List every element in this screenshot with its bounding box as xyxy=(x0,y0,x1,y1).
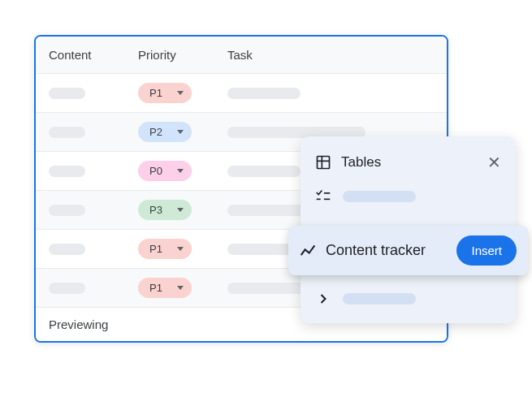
cell-priority[interactable]: P2 xyxy=(125,122,214,142)
cell-priority[interactable]: P0 xyxy=(125,161,214,181)
popup-item-content-tracker[interactable]: Content tracker Insert xyxy=(288,226,528,275)
task-placeholder xyxy=(227,166,301,177)
priority-chip[interactable]: P1 xyxy=(138,239,192,259)
popup-header: Tables ✕ xyxy=(301,145,516,180)
content-placeholder xyxy=(49,283,85,294)
header-content[interactable]: Content xyxy=(36,37,125,73)
content-placeholder xyxy=(49,127,85,138)
chevron-down-icon xyxy=(177,169,184,173)
cell-priority[interactable]: P1 xyxy=(125,83,214,103)
table-header-row: Content Priority Task xyxy=(36,37,447,74)
chevron-down-icon xyxy=(177,130,184,134)
popup-item-label-placeholder xyxy=(343,293,416,304)
cell-content[interactable] xyxy=(36,283,125,294)
cell-priority[interactable]: P3 xyxy=(125,200,214,220)
cell-task[interactable] xyxy=(214,88,447,99)
chevron-down-icon xyxy=(177,91,184,95)
priority-chip[interactable]: P2 xyxy=(138,122,192,142)
trend-icon xyxy=(300,243,316,259)
content-placeholder xyxy=(49,244,85,255)
priority-label: P1 xyxy=(149,243,162,255)
cell-content[interactable] xyxy=(36,166,125,177)
popup-item-checklist[interactable] xyxy=(301,180,516,213)
chevron-down-icon xyxy=(177,208,184,212)
priority-label: P1 xyxy=(149,282,162,294)
priority-label: P1 xyxy=(149,87,162,99)
priority-label: P2 xyxy=(149,126,162,138)
priority-label: P3 xyxy=(149,204,162,216)
popup-title: Tables xyxy=(315,154,381,171)
cell-content[interactable] xyxy=(36,205,125,216)
cell-priority[interactable]: P1 xyxy=(125,278,214,298)
popup-title-text: Tables xyxy=(341,154,381,171)
chevron-down-icon xyxy=(177,286,184,290)
checklist-icon xyxy=(315,188,331,205)
header-priority[interactable]: Priority xyxy=(125,37,214,73)
table-icon xyxy=(315,154,331,171)
chevron-right-icon xyxy=(315,291,331,307)
popup-item-more[interactable] xyxy=(301,283,516,315)
cell-priority[interactable]: P1 xyxy=(125,239,214,259)
priority-label: P0 xyxy=(149,165,162,177)
task-placeholder xyxy=(227,88,301,99)
header-task[interactable]: Task xyxy=(214,37,447,73)
content-tracker-label: Content tracker xyxy=(326,242,447,259)
content-placeholder xyxy=(49,205,85,216)
cell-content[interactable] xyxy=(36,88,125,99)
close-icon[interactable]: ✕ xyxy=(487,153,501,172)
priority-chip[interactable]: P0 xyxy=(138,161,192,181)
priority-chip[interactable]: P3 xyxy=(138,200,192,220)
table-row[interactable]: P1 xyxy=(36,74,447,113)
svg-rect-0 xyxy=(318,157,330,169)
chevron-down-icon xyxy=(177,247,184,251)
content-placeholder xyxy=(49,88,85,99)
insert-button[interactable]: Insert xyxy=(456,235,517,266)
cell-content[interactable] xyxy=(36,127,125,138)
content-placeholder xyxy=(49,166,85,177)
popup-item-label-placeholder xyxy=(343,191,416,202)
cell-content[interactable] xyxy=(36,244,125,255)
priority-chip[interactable]: P1 xyxy=(138,278,192,298)
priority-chip[interactable]: P1 xyxy=(138,83,192,103)
